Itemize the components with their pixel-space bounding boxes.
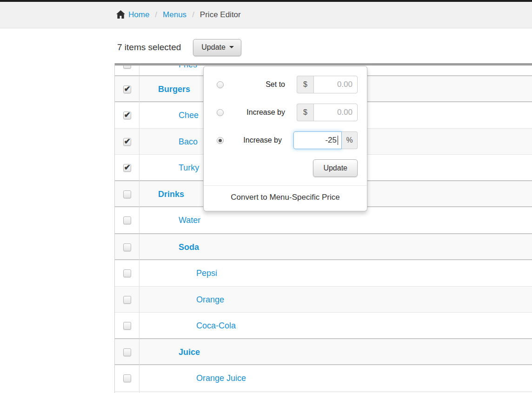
checkbox-icon	[123, 296, 131, 304]
table-row: Pepsi	[115, 260, 532, 286]
item-link[interactable]: Turky	[179, 163, 199, 173]
checkbox-icon	[123, 348, 131, 356]
breadcrumb-home-link[interactable]: Home	[128, 10, 149, 20]
price-option-increase-percent: Increase by %	[213, 131, 358, 149]
dollar-addon: $	[297, 76, 313, 93]
table-row	[115, 391, 532, 393]
popover-update-button[interactable]: Update	[313, 159, 358, 177]
checkbox-icon	[123, 243, 131, 251]
radio-increase-percent[interactable]	[217, 137, 224, 144]
checkbox-checked-icon	[123, 85, 131, 93]
set-to-amount-input[interactable]	[313, 76, 358, 93]
row-checkbox[interactable]	[115, 129, 140, 155]
checkbox-icon	[123, 216, 131, 224]
item-link[interactable]: Orange	[196, 295, 224, 305]
row-checkbox[interactable]	[115, 155, 140, 181]
item-link[interactable]: Coca-Cola	[196, 321, 236, 331]
checkbox-icon	[123, 374, 131, 382]
table-row: Juice	[115, 338, 532, 365]
row-checkbox[interactable]	[115, 339, 140, 365]
breadcrumb-separator: /	[192, 10, 194, 20]
table-row: Soda	[115, 233, 532, 260]
option-label: Increase by	[224, 108, 285, 117]
home-icon	[116, 10, 125, 19]
checkbox-icon	[123, 269, 131, 277]
breadcrumb: Home / Menus / Price Editor	[0, 2, 532, 28]
item-link[interactable]: Baco	[179, 137, 198, 147]
row-checkbox[interactable]	[115, 181, 140, 207]
checkbox-icon	[123, 190, 131, 198]
item-link[interactable]: Chee	[179, 111, 199, 120]
row-checkbox[interactable]	[115, 260, 140, 286]
row-checkbox[interactable]	[115, 66, 140, 75]
row-checkbox[interactable]	[115, 365, 140, 391]
update-dropdown-button[interactable]: Update	[193, 39, 241, 56]
row-checkbox[interactable]	[115, 313, 140, 339]
checkbox-icon	[123, 322, 131, 330]
dollar-addon: $	[297, 104, 313, 121]
option-label: Set to	[224, 80, 285, 89]
checkbox-icon	[123, 66, 131, 69]
checkbox-checked-icon	[123, 138, 131, 146]
breadcrumb-current-page: Price Editor	[200, 10, 241, 20]
table-row: Orange	[115, 286, 532, 312]
radio-increase-amount[interactable]	[217, 109, 224, 116]
breadcrumb-separator: /	[155, 10, 157, 20]
category-link[interactable]: Burgers	[158, 85, 190, 94]
price-option-increase-amount: Increase by $	[213, 104, 358, 121]
row-checkbox[interactable]	[115, 287, 140, 313]
update-dropdown-label: Update	[201, 43, 226, 52]
checkbox-checked-icon	[123, 111, 131, 119]
option-label: Increase by	[224, 136, 282, 144]
text-caret	[338, 136, 338, 145]
increase-percent-input[interactable]	[293, 131, 342, 149]
update-price-popover: Set to $ Increase by $ Increase by % Upd…	[203, 66, 367, 211]
category-link[interactable]: Drinks	[158, 190, 184, 199]
radio-set-to[interactable]	[217, 81, 224, 88]
row-checkbox[interactable]	[115, 207, 140, 233]
table-row: Coca-Cola	[115, 312, 532, 338]
item-link[interactable]: Fries	[179, 66, 197, 70]
caret-down-icon	[229, 46, 234, 48]
selection-count-label: 7 items selected	[114, 42, 181, 52]
category-link[interactable]: Soda	[179, 242, 199, 252]
table-row: Orange Juice	[115, 365, 532, 391]
category-link[interactable]: Juice	[179, 347, 200, 357]
increase-amount-input[interactable]	[313, 104, 358, 121]
percent-addon: %	[342, 131, 358, 149]
item-link[interactable]: Orange Juice	[196, 373, 246, 383]
row-checkbox[interactable]	[115, 234, 140, 260]
item-link[interactable]: Pepsi	[196, 269, 217, 278]
selection-toolbar: 7 items selected Update	[114, 39, 532, 56]
row-checkbox[interactable]	[115, 102, 140, 128]
breadcrumb-menus-link[interactable]: Menus	[163, 10, 186, 20]
item-link[interactable]: Water	[179, 216, 200, 225]
convert-to-menu-specific-price-action[interactable]: Convert to Menu-Specific Price	[213, 186, 358, 208]
row-checkbox[interactable]	[115, 76, 140, 102]
checkbox-checked-icon	[123, 164, 131, 172]
price-option-set-to: Set to $	[213, 76, 358, 93]
